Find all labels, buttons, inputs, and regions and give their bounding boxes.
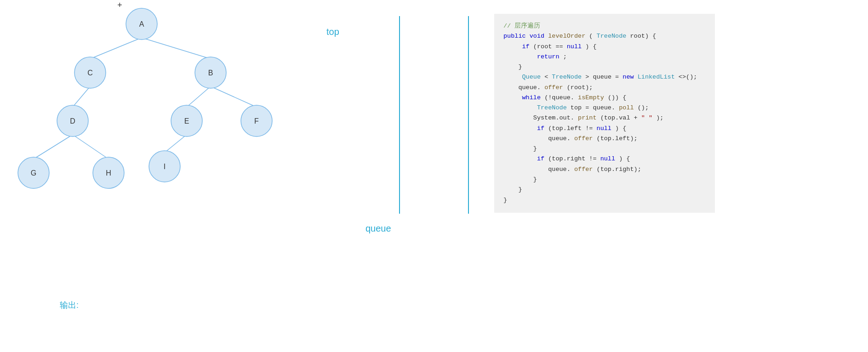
node-A: A [139,20,144,28]
svg-line-4 [211,86,257,107]
code-line-8: TreeNode top = queue. poll (); [503,103,706,113]
queue-top-label: top [326,27,339,37]
svg-line-5 [34,135,73,159]
svg-line-7 [165,135,187,153]
node-H: H [106,169,111,177]
svg-line-1 [142,38,211,59]
code-line-14: queue. offer (top.right); [503,165,706,175]
node-B: B [208,69,213,77]
code-line-3: return ; [503,52,706,62]
node-G: G [31,169,36,177]
queue-right-border [468,16,469,214]
svg-line-2 [73,86,90,107]
code-line-15: } [503,175,706,185]
code-line-5: Queue < TreeNode > queue = new LinkedLis… [503,72,706,82]
code-line-13: if (top.right != null ) { [503,154,706,164]
node-D: D [70,117,75,125]
tree-area: A C B D E F G H I [0,0,322,352]
tree-svg: A C B D E F G H I [0,0,322,244]
code-comment: // 层序遍历 [503,21,706,31]
code-line-2: if (root == null ) { [503,42,706,52]
code-line-17: } [503,195,706,205]
code-line-11: queue. offer (top.left); [503,134,706,144]
code-line-9: System.out. print (top.val + " " ); [503,113,706,123]
code-line-12: } [503,144,706,154]
node-F: F [254,117,259,125]
code-line-16: } [503,185,706,195]
output-label: 输出: [60,300,79,311]
svg-line-3 [187,86,211,107]
queue-area: top queue [299,0,474,253]
code-area: // 层序遍历 public void levelOrder ( TreeNod… [494,14,715,213]
code-line-6: queue. offer (root); [503,83,706,93]
svg-line-6 [73,135,108,159]
queue-left-border [399,16,400,214]
node-E: E [184,117,189,125]
node-I: I [164,163,166,170]
code-line-4: } [503,62,706,72]
code-line-1: public void levelOrder ( TreeNode root) … [503,31,706,41]
svg-line-0 [90,38,142,59]
queue-bottom-label: queue [365,223,391,234]
code-line-10: if (top.left != null ) { [503,124,706,134]
code-line-7: while (!queue. isEmpty ()) { [503,93,706,103]
node-C: C [87,69,93,77]
